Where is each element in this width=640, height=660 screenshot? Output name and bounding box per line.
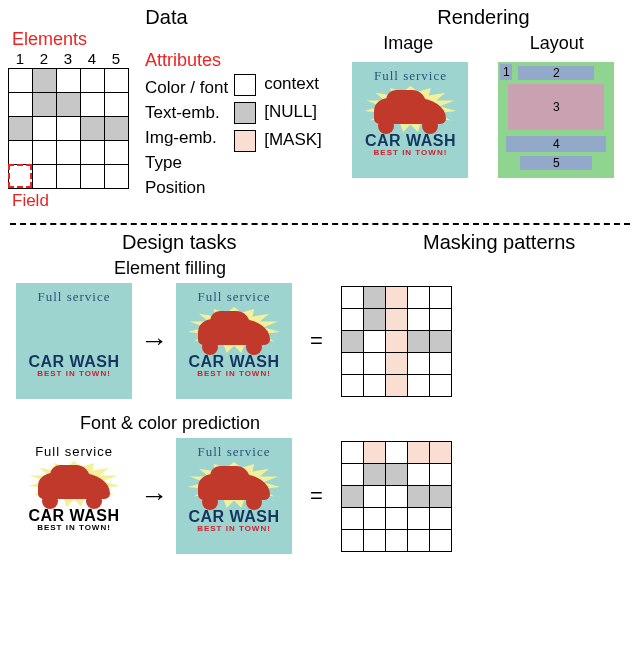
attr-row: Color / font (145, 75, 228, 100)
layout-box-3: 3 (508, 84, 604, 130)
top-grid (8, 68, 129, 189)
grid-cell (9, 93, 33, 117)
col-num: 3 (56, 50, 80, 67)
grid-cell (407, 352, 429, 374)
grid-cell (57, 93, 81, 117)
grid-cell (341, 441, 363, 463)
field-label: Field (12, 191, 129, 211)
top-grid-wrap: 1 2 3 4 5 Field (8, 68, 129, 211)
col-num: 5 (104, 50, 128, 67)
grid-cell (407, 529, 429, 551)
grid-cell (385, 330, 407, 352)
grid-cell (429, 352, 451, 374)
grid-cell (341, 286, 363, 308)
poster-before-2: Full service CAR WASH BEST IN TOWN! (16, 438, 132, 554)
poster-fullservice: Full service (197, 444, 270, 460)
poster-best: BEST IN TOWN! (197, 369, 271, 378)
grid-cell (105, 69, 129, 93)
grid-cell (363, 463, 385, 485)
grid-cell (363, 441, 385, 463)
arrow-icon: → (140, 325, 168, 357)
car-icon (364, 86, 456, 134)
column-numbers: 1 2 3 4 5 (8, 50, 128, 67)
grid-cell (57, 69, 81, 93)
grid-cell (407, 463, 429, 485)
attributes-label: Attributes (145, 48, 228, 73)
image-label: Image (383, 33, 433, 54)
bottom-titles: Design tasks Masking patterns (0, 231, 640, 254)
grid-cell (81, 165, 105, 189)
grid-cell (429, 330, 451, 352)
swatch-mask (234, 130, 256, 152)
poster-best: BEST IN TOWN! (374, 148, 448, 157)
legend-row: [MASK] (234, 126, 322, 154)
task-row-element-filling: Full service CAR WASH BEST IN TOWN! → Fu… (16, 283, 640, 399)
poster-best: BEST IN TOWN! (37, 369, 111, 378)
grid-cell (385, 286, 407, 308)
attr-row: Position (145, 175, 228, 200)
grid-cell (33, 69, 57, 93)
grid-cell (33, 117, 57, 141)
grid-cell (363, 308, 385, 330)
grid-cell (57, 165, 81, 189)
legend-text: [NULL] (264, 102, 317, 121)
divider (10, 223, 630, 225)
grid-cell (407, 441, 429, 463)
swatch-null (234, 102, 256, 124)
layout-label: Layout (530, 33, 584, 54)
layout-box-4: 4 (506, 136, 606, 152)
grid-cell (407, 485, 429, 507)
grid-cell (81, 141, 105, 165)
poster-image: Full service CAR WASH BEST IN TOWN! (352, 62, 468, 178)
top-row: Data Elements 1 2 3 4 5 Field Attributes… (0, 0, 640, 215)
grid-cell (341, 463, 363, 485)
poster-fullservice: Full service (37, 289, 110, 305)
render-sublabels: Image Layout (335, 33, 632, 54)
title-rendering: Rendering (335, 6, 632, 29)
grid-cell (33, 141, 57, 165)
grid-cell (341, 352, 363, 374)
grid-cell (429, 529, 451, 551)
legend-row: [NULL] (234, 98, 322, 126)
grid-cell (385, 441, 407, 463)
title-masking-patterns: Masking patterns (358, 231, 640, 254)
poster-fullservice: Full service (197, 289, 270, 305)
task-title-font-color: Font & color prediction (0, 413, 340, 434)
grid-cell (105, 165, 129, 189)
grid-cell (9, 141, 33, 165)
grid-cell (341, 330, 363, 352)
layout-box-1: 1 (500, 64, 512, 80)
task-title-element-filling: Element filling (0, 258, 340, 279)
col-num: 2 (32, 50, 56, 67)
legend: context [NULL] [MASK] (234, 70, 322, 154)
data-section: Data Elements 1 2 3 4 5 Field Attributes… (8, 6, 325, 211)
layout-box-5: 5 (520, 156, 592, 170)
equals-sign: = (310, 328, 323, 354)
grid-cell (429, 485, 451, 507)
render-row: Full service CAR WASH BEST IN TOWN! 1 2 … (335, 62, 632, 178)
grid-cell (385, 529, 407, 551)
legend-text: [MASK] (264, 130, 322, 149)
grid-cell (429, 374, 451, 396)
grid-cell (81, 93, 105, 117)
grid-cell (385, 374, 407, 396)
grid-cell (363, 485, 385, 507)
grid-cell (105, 117, 129, 141)
grid-cell (363, 507, 385, 529)
elements-label: Elements (12, 29, 325, 50)
legend-row: context (234, 70, 322, 98)
grid-cell (429, 463, 451, 485)
grid-cell (407, 507, 429, 529)
grid-cell (105, 93, 129, 117)
poster-fullservice: Full service (35, 444, 113, 459)
layout-box-2: 2 (518, 66, 594, 80)
grid-cell (9, 165, 33, 189)
grid-cell (81, 117, 105, 141)
grid-cell (81, 69, 105, 93)
poster-best: BEST IN TOWN! (197, 524, 271, 533)
grid-cell (385, 463, 407, 485)
mask-grid-element-filling (341, 286, 452, 397)
title-design-tasks: Design tasks (0, 231, 358, 254)
car-icon (188, 462, 280, 510)
mask-grid-font-color (341, 441, 452, 552)
